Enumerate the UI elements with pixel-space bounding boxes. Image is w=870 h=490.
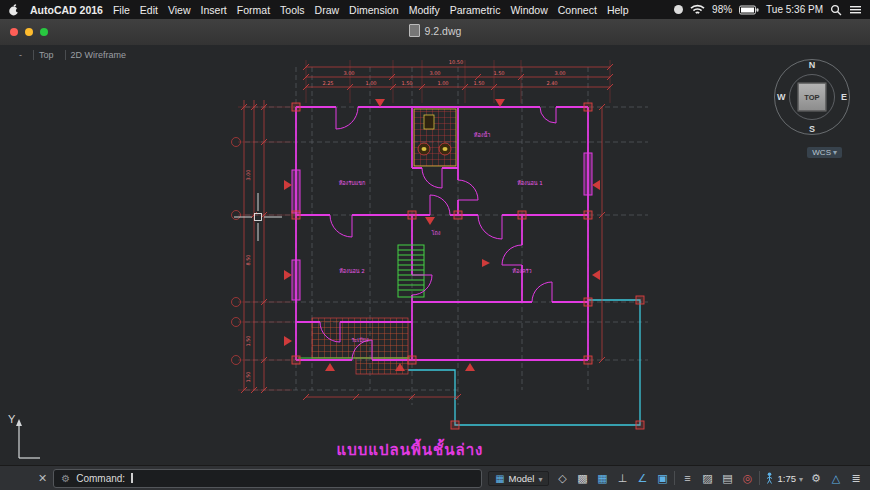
- viewcube-north[interactable]: N: [809, 60, 816, 70]
- viewcube[interactable]: N S W E TOP: [774, 59, 850, 135]
- svg-text:10.50: 10.50: [449, 59, 463, 65]
- svg-text:3.00: 3.00: [245, 169, 251, 180]
- menubar-left: AutoCAD 2016 FileEditViewInsertFormatToo…: [8, 3, 628, 16]
- app-name[interactable]: AutoCAD 2016: [30, 4, 103, 16]
- svg-text:3.00: 3.00: [429, 70, 440, 76]
- ucs-icon: Y: [6, 412, 46, 464]
- wcs-menu[interactable]: WCS: [807, 147, 842, 158]
- svg-text:โถง: โถง: [432, 229, 441, 236]
- apple-menu-icon[interactable]: [8, 3, 20, 16]
- window-symbol: [584, 153, 592, 195]
- svg-text:1.50: 1.50: [245, 371, 251, 382]
- status-circle-icon[interactable]: [674, 5, 683, 14]
- grid-display-icon[interactable]: ▦: [594, 473, 610, 484]
- window-title: 9.2.dwg: [0, 24, 870, 37]
- svg-text:1.50: 1.50: [401, 80, 412, 86]
- autocad-window: AutoCAD 2016 FileEditViewInsertFormatToo…: [0, 0, 870, 490]
- menu-item-insert[interactable]: Insert: [201, 4, 227, 16]
- lineweight-icon[interactable]: ≡: [679, 473, 695, 484]
- chevron-down-icon: [831, 148, 837, 157]
- svg-text:ห้องนอน 2: ห้องนอน 2: [339, 268, 365, 274]
- svg-text:ห้องครัว: ห้องครัว: [512, 268, 531, 274]
- status-icons-b: ⚙△≣: [808, 473, 864, 484]
- model-space-canvas[interactable]: - Top 2D Wireframe: [0, 45, 870, 466]
- window-titlebar[interactable]: 9.2.dwg: [0, 19, 870, 46]
- command-prompt: Command:: [76, 473, 125, 484]
- svg-text:1.50: 1.50: [245, 335, 251, 346]
- viewcube-east[interactable]: E: [841, 92, 847, 102]
- menubar-right: 98% Tue 5:36 PM: [674, 4, 862, 16]
- svg-text:ห้องน้ำ: ห้องน้ำ: [474, 131, 490, 138]
- command-tools-icon[interactable]: ⚙: [61, 473, 70, 484]
- svg-text:1.50: 1.50: [473, 80, 484, 86]
- menu-item-parametric[interactable]: Parametric: [450, 4, 501, 16]
- hatch-layer: [312, 109, 456, 374]
- macos-menubar: AutoCAD 2016 FileEditViewInsertFormatToo…: [0, 0, 870, 19]
- window-symbol: [292, 170, 300, 213]
- status-icons-a: ◇▩▦⊥∠▣≡▨▤◎: [554, 471, 760, 485]
- menu-item-tools[interactable]: Tools: [280, 4, 305, 16]
- object-snap-icon[interactable]: ▣: [654, 473, 670, 484]
- document-icon: [409, 24, 420, 37]
- svg-text:1.00: 1.00: [365, 80, 376, 86]
- viewcube-west[interactable]: W: [777, 92, 786, 102]
- viewcube-top-face[interactable]: TOP: [798, 83, 827, 112]
- svg-text:ห้องนอน 1: ห้องนอน 1: [517, 180, 543, 186]
- menu-item-window[interactable]: Window: [510, 4, 547, 16]
- svg-text:ระเบียง: ระเบียง: [351, 337, 369, 343]
- floor-plan-drawing: 10.50 3.00 3.00 1.50 3.00 2.25 1.00 1.50…: [0, 45, 870, 466]
- menu-item-help[interactable]: Help: [607, 4, 629, 16]
- ortho-mode-icon[interactable]: ⊥: [614, 473, 630, 484]
- menu-item-dimension[interactable]: Dimension: [349, 4, 399, 16]
- window-symbol: [292, 260, 300, 300]
- svg-text:8.50: 8.50: [245, 254, 251, 265]
- polar-tracking-icon[interactable]: ∠: [634, 473, 650, 484]
- menu-item-draw[interactable]: Draw: [315, 4, 340, 16]
- transparency-icon[interactable]: ▨: [699, 473, 715, 484]
- annotation-monitor-icon[interactable]: ◎: [739, 473, 755, 484]
- menu-item-edit[interactable]: Edit: [140, 4, 158, 16]
- annotation-visibility-icon[interactable]: △: [828, 473, 844, 484]
- svg-text:1.50: 1.50: [493, 70, 504, 76]
- plan-title-text: แบบแปลนพื้นชั้นล่าง: [295, 438, 525, 462]
- svg-text:3.00: 3.00: [343, 70, 354, 76]
- svg-text:ห้องรับแขก: ห้องรับแขก: [339, 180, 366, 186]
- document-title: 9.2.dwg: [425, 25, 462, 37]
- command-text-cursor: [131, 473, 133, 483]
- selection-cycling-icon[interactable]: ▤: [719, 473, 735, 484]
- battery-icon: [739, 5, 759, 15]
- person-icon: [765, 472, 774, 484]
- menu-item-connect[interactable]: Connect: [558, 4, 597, 16]
- customize-icon[interactable]: ≣: [848, 473, 864, 484]
- notification-center-icon[interactable]: [849, 4, 862, 15]
- wifi-icon[interactable]: [690, 4, 705, 15]
- svg-text:3.00: 3.00: [554, 70, 565, 76]
- spotlight-search-icon[interactable]: [830, 4, 842, 16]
- svg-text:2.40: 2.40: [546, 80, 557, 86]
- menu-item-modify[interactable]: Modify: [409, 4, 440, 16]
- viewcube-south[interactable]: S: [809, 124, 815, 134]
- close-command-line-button[interactable]: [38, 473, 47, 484]
- menu-item-view[interactable]: View: [168, 4, 191, 16]
- menu-item-file[interactable]: File: [113, 4, 130, 16]
- workspace-switching-icon[interactable]: ⚙: [808, 473, 824, 484]
- crosshair-cursor: [234, 193, 282, 241]
- menu-item-format[interactable]: Format: [237, 4, 270, 16]
- model-grid-icon: ▦: [495, 473, 504, 484]
- annotation-scale-button[interactable]: 1:75: [765, 472, 803, 484]
- status-separator: [674, 471, 675, 485]
- menubar-clock[interactable]: Tue 5:36 PM: [766, 4, 823, 15]
- patio-boundary-layer: [408, 300, 640, 425]
- model-space-button[interactable]: ▦ Model: [488, 471, 549, 486]
- ucs-y-label: Y: [8, 413, 16, 425]
- status-bar: ▦ Model ◇▩▦⊥∠▣≡▨▤◎ 1:75 ⚙△≣: [488, 471, 864, 486]
- svg-text:1.00: 1.00: [437, 80, 448, 86]
- command-line[interactable]: ⚙ Command:: [53, 469, 482, 488]
- infer-constraints-icon[interactable]: ◇: [554, 473, 570, 484]
- svg-text:2.25: 2.25: [322, 80, 333, 86]
- snap-mode-icon[interactable]: ▩: [574, 473, 590, 484]
- column-markers-layer: [292, 103, 644, 429]
- battery-percent: 98%: [712, 4, 732, 15]
- chevron-down-icon: [799, 473, 803, 484]
- bottom-bar: ⚙ Command: ▦ Model ◇▩▦⊥∠▣≡▨▤◎ 1:75 ⚙△≣: [0, 465, 870, 490]
